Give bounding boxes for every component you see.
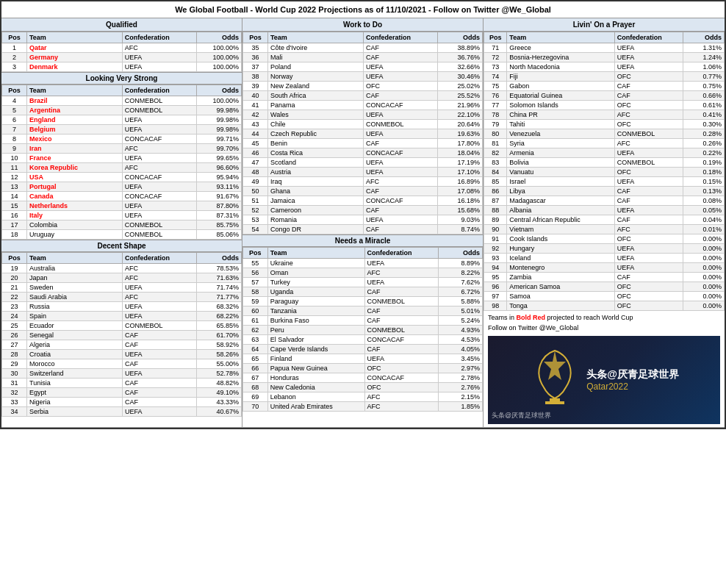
table-row: Egypt — [26, 388, 122, 398]
col-conf: Confederation — [122, 32, 196, 43]
table-row: 91.67% — [196, 192, 241, 201]
table-row: Turkey — [267, 278, 364, 287]
table-row: Costa Rica — [267, 148, 363, 158]
table-row: Burkina Faso — [267, 316, 364, 326]
table-row: Cook Islands — [507, 234, 615, 244]
table-row: Vanuatu — [507, 168, 615, 177]
wc-subtitle: Qatar2022 — [586, 381, 679, 392]
table-row: 71.63% — [197, 273, 242, 283]
table-row: 21 — [2, 283, 27, 293]
table-row: OFC — [614, 282, 683, 292]
table-row: 95.94% — [196, 173, 241, 182]
table-row: CONCACAF — [364, 335, 438, 345]
table-row: Ghana — [267, 187, 363, 196]
table-row: 26 — [2, 331, 27, 340]
table-row: 42 — [243, 110, 268, 120]
table-row: UEFA — [122, 53, 196, 62]
table-row: 49.10% — [197, 388, 242, 398]
table-row: Nigeria — [26, 398, 122, 407]
table-row: 53 — [243, 215, 268, 225]
table-row: UEFA — [122, 115, 196, 125]
table-row: CAF — [364, 91, 438, 101]
table-row: 8 — [2, 135, 27, 144]
table-row: 99.65% — [196, 154, 241, 163]
table-row: Samoa — [507, 292, 615, 301]
looking-very-strong-table: Pos Team Confederation Odds 4 Brazil CON… — [1, 85, 242, 240]
table-row: 96 — [484, 282, 507, 292]
table-row: 18 — [2, 230, 27, 240]
table-row: CONMEBOL — [614, 158, 683, 168]
table-row: 6.72% — [438, 287, 482, 297]
table-row: 0.00% — [683, 263, 725, 273]
table-row: Lebanon — [267, 392, 364, 402]
table-row: 48.82% — [197, 379, 242, 388]
table-row: CONMEBOL — [122, 230, 196, 240]
table-row: 99.98% — [196, 125, 241, 135]
table-row: Morocco — [26, 359, 122, 369]
watermark: 头条@厌青足球世界 — [492, 411, 551, 420]
col-pos-wtd: Pos — [243, 32, 268, 43]
table-row: 32 — [2, 388, 27, 398]
table-row: 1.85% — [438, 402, 482, 412]
right-column: Livin' On a Prayer Pos Team Confederatio… — [484, 18, 725, 427]
table-row: 25.02% — [438, 82, 483, 91]
table-row: 3.45% — [438, 354, 482, 364]
table-row: United Arab Emirates — [267, 402, 364, 412]
table-row: UEFA — [122, 201, 196, 211]
table-row: 4.05% — [438, 345, 482, 354]
wc-text-block: 头条@厌青足球世界 Qatar2022 — [586, 368, 679, 392]
table-row: 63 — [243, 335, 268, 345]
table-row: Cameroon — [267, 206, 363, 215]
table-row: Sweden — [26, 283, 122, 293]
table-row: 40 — [243, 91, 268, 101]
table-row: 0.28% — [683, 129, 725, 139]
table-row: 81 — [484, 139, 507, 148]
table-row: OFC — [614, 72, 683, 82]
table-row: CONCACAF — [122, 192, 196, 201]
svg-rect-1 — [545, 401, 564, 404]
col-pos-lop: Pos — [484, 32, 507, 43]
table-row: 38 — [243, 72, 268, 82]
table-row: 43.33% — [197, 398, 242, 407]
table-row: 15.68% — [438, 206, 483, 215]
decent-shape-header: Decent Shape — [1, 240, 242, 252]
table-row: UEFA — [614, 62, 683, 72]
table-row: CAF — [364, 206, 438, 215]
table-row: AFC — [123, 264, 197, 273]
table-row: OFC — [364, 383, 438, 392]
table-row: 24 — [2, 312, 27, 321]
table-row: Montenegro — [507, 263, 615, 273]
table-row: AFC — [123, 293, 197, 302]
table-row: 18.04% — [438, 148, 483, 158]
table-row: UEFA — [122, 182, 196, 192]
table-row: 84 — [484, 168, 507, 177]
table-row: AFC — [614, 110, 683, 120]
table-row: 0.04% — [683, 215, 725, 225]
table-row: El Salvador — [267, 335, 364, 345]
table-row: 1.06% — [683, 62, 725, 72]
col-pos-nm: Pos — [243, 248, 268, 259]
table-row: 0.77% — [683, 72, 725, 82]
table-row: Tanzania — [267, 306, 364, 316]
table-row: Norway — [267, 72, 363, 82]
table-row: 0.05% — [683, 206, 725, 215]
table-row: 0.01% — [683, 225, 725, 234]
table-row: Jamaica — [267, 196, 363, 206]
table-row: CAF — [123, 359, 197, 369]
table-row: CONMEBOL — [122, 106, 196, 115]
col-odds-nm: Odds — [438, 248, 482, 259]
table-row: UEFA — [364, 62, 438, 72]
col-pos-ds: Pos — [2, 253, 27, 264]
table-row: CAF — [364, 139, 438, 148]
table-row: 85.75% — [196, 220, 241, 230]
table-row: 61 — [243, 316, 268, 326]
table-row: Oman — [267, 268, 364, 278]
table-row: 14 — [2, 192, 27, 201]
table-row: UEFA — [123, 369, 197, 379]
table-row: American Samoa — [507, 282, 615, 292]
table-row: Australia — [26, 264, 122, 273]
table-row: Tonga — [507, 301, 615, 311]
table-row: 49 — [243, 177, 268, 187]
table-row: UEFA — [614, 148, 683, 158]
table-row: 0.00% — [683, 254, 725, 263]
